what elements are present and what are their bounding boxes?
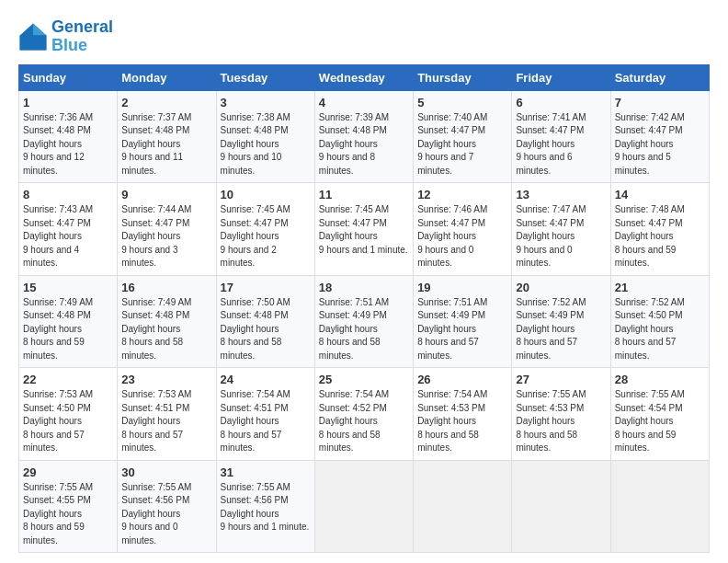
day-info: Sunrise: 7:48 AMSunset: 4:47 PMDaylight … — [615, 203, 705, 270]
calendar-day-cell: 25Sunrise: 7:54 AMSunset: 4:52 PMDayligh… — [314, 368, 413, 461]
calendar-day-cell: 16Sunrise: 7:49 AMSunset: 4:48 PMDayligh… — [118, 275, 216, 368]
calendar-day-cell: 21Sunrise: 7:52 AMSunset: 4:50 PMDayligh… — [610, 275, 709, 368]
calendar-table: SundayMondayTuesdayWednesdayThursdayFrid… — [18, 64, 710, 554]
weekday-header: Wednesday — [314, 64, 413, 90]
page-header: General Blue — [18, 18, 710, 55]
day-info: Sunrise: 7:54 AMSunset: 4:51 PMDaylight … — [221, 388, 311, 455]
day-number: 15 — [23, 281, 113, 294]
day-info: Sunrise: 7:45 AMSunset: 4:47 PMDaylight … — [221, 203, 311, 270]
day-number: 9 — [121, 188, 211, 201]
day-info: Sunrise: 7:42 AMSunset: 4:47 PMDaylight … — [615, 111, 705, 178]
day-info: Sunrise: 7:53 AMSunset: 4:51 PMDaylight … — [121, 388, 211, 455]
calendar-day-cell: 8Sunrise: 7:43 AMSunset: 4:47 PMDaylight… — [19, 183, 118, 276]
day-info: Sunrise: 7:52 AMSunset: 4:50 PMDaylight … — [615, 296, 705, 363]
calendar-day-cell: 19Sunrise: 7:51 AMSunset: 4:49 PMDayligh… — [414, 275, 512, 368]
svg-rect-2 — [20, 35, 47, 50]
day-number: 6 — [516, 96, 606, 109]
calendar-day-cell: 11Sunrise: 7:45 AMSunset: 4:47 PMDayligh… — [314, 183, 413, 276]
day-number: 30 — [121, 465, 211, 479]
day-info: Sunrise: 7:54 AMSunset: 4:53 PMDaylight … — [417, 388, 507, 455]
day-number: 13 — [516, 188, 606, 201]
calendar-day-cell: 14Sunrise: 7:48 AMSunset: 4:47 PMDayligh… — [610, 183, 709, 276]
day-number: 14 — [615, 188, 705, 201]
day-info: Sunrise: 7:55 AMSunset: 4:54 PMDaylight … — [615, 388, 705, 455]
calendar-day-cell: 12Sunrise: 7:46 AMSunset: 4:47 PMDayligh… — [414, 183, 512, 276]
calendar-day-cell: 26Sunrise: 7:54 AMSunset: 4:53 PMDayligh… — [414, 368, 512, 461]
calendar-day-cell — [414, 460, 512, 553]
day-number: 18 — [319, 281, 409, 294]
day-info: Sunrise: 7:55 AMSunset: 4:55 PMDaylight … — [23, 481, 113, 548]
calendar-day-cell: 31Sunrise: 7:55 AMSunset: 4:56 PMDayligh… — [216, 460, 314, 553]
day-number: 19 — [417, 281, 507, 294]
calendar-week-row: 29Sunrise: 7:55 AMSunset: 4:55 PMDayligh… — [19, 460, 710, 553]
day-number: 10 — [221, 188, 311, 201]
day-info: Sunrise: 7:40 AMSunset: 4:47 PMDaylight … — [417, 111, 507, 178]
calendar-day-cell: 29Sunrise: 7:55 AMSunset: 4:55 PMDayligh… — [19, 460, 118, 553]
day-info: Sunrise: 7:44 AMSunset: 4:47 PMDaylight … — [121, 203, 211, 270]
day-number: 31 — [221, 465, 311, 479]
day-info: Sunrise: 7:49 AMSunset: 4:48 PMDaylight … — [23, 296, 113, 363]
day-number: 12 — [417, 188, 507, 201]
calendar-day-cell: 18Sunrise: 7:51 AMSunset: 4:49 PMDayligh… — [314, 275, 413, 368]
day-info: Sunrise: 7:53 AMSunset: 4:50 PMDaylight … — [23, 388, 113, 455]
calendar-week-row: 22Sunrise: 7:53 AMSunset: 4:50 PMDayligh… — [19, 368, 710, 461]
day-info: Sunrise: 7:37 AMSunset: 4:48 PMDaylight … — [121, 111, 211, 178]
weekday-header: Saturday — [610, 64, 709, 90]
day-info: Sunrise: 7:55 AMSunset: 4:56 PMDaylight … — [221, 481, 311, 534]
day-number: 22 — [23, 373, 113, 386]
calendar-day-cell: 10Sunrise: 7:45 AMSunset: 4:47 PMDayligh… — [216, 183, 314, 276]
day-number: 1 — [23, 96, 113, 109]
calendar-day-cell: 24Sunrise: 7:54 AMSunset: 4:51 PMDayligh… — [216, 368, 314, 461]
logo: General Blue — [18, 18, 113, 55]
day-info: Sunrise: 7:55 AMSunset: 4:56 PMDaylight … — [121, 481, 211, 548]
weekday-header: Friday — [512, 64, 610, 90]
day-info: Sunrise: 7:41 AMSunset: 4:47 PMDaylight … — [516, 111, 606, 178]
calendar-day-cell — [314, 460, 413, 553]
day-number: 7 — [615, 96, 705, 109]
day-number: 23 — [121, 373, 211, 386]
calendar-day-cell: 1Sunrise: 7:36 AMSunset: 4:48 PMDaylight… — [19, 90, 118, 183]
logo-icon — [18, 22, 48, 52]
calendar-week-row: 8Sunrise: 7:43 AMSunset: 4:47 PMDaylight… — [19, 183, 710, 276]
day-number: 21 — [615, 281, 705, 294]
day-number: 8 — [23, 188, 113, 201]
calendar-day-cell: 20Sunrise: 7:52 AMSunset: 4:49 PMDayligh… — [512, 275, 610, 368]
day-info: Sunrise: 7:51 AMSunset: 4:49 PMDaylight … — [319, 296, 409, 363]
day-info: Sunrise: 7:36 AMSunset: 4:48 PMDaylight … — [23, 111, 113, 178]
calendar-day-cell: 28Sunrise: 7:55 AMSunset: 4:54 PMDayligh… — [610, 368, 709, 461]
calendar-day-cell: 30Sunrise: 7:55 AMSunset: 4:56 PMDayligh… — [118, 460, 216, 553]
day-info: Sunrise: 7:52 AMSunset: 4:49 PMDaylight … — [516, 296, 606, 363]
day-number: 20 — [516, 281, 606, 294]
calendar-week-row: 15Sunrise: 7:49 AMSunset: 4:48 PMDayligh… — [19, 275, 710, 368]
calendar-day-cell: 2Sunrise: 7:37 AMSunset: 4:48 PMDaylight… — [118, 90, 216, 183]
day-number: 5 — [417, 96, 507, 109]
weekday-header: Tuesday — [216, 64, 314, 90]
calendar-day-cell: 17Sunrise: 7:50 AMSunset: 4:48 PMDayligh… — [216, 275, 314, 368]
calendar-day-cell — [610, 460, 709, 553]
day-info: Sunrise: 7:47 AMSunset: 4:47 PMDaylight … — [516, 203, 606, 270]
weekday-header: Sunday — [19, 64, 118, 90]
day-info: Sunrise: 7:45 AMSunset: 4:47 PMDaylight … — [319, 203, 409, 257]
day-number: 27 — [516, 373, 606, 386]
weekday-header: Monday — [118, 64, 216, 90]
day-number: 29 — [23, 465, 113, 479]
calendar-day-cell: 9Sunrise: 7:44 AMSunset: 4:47 PMDaylight… — [118, 183, 216, 276]
calendar-day-cell: 13Sunrise: 7:47 AMSunset: 4:47 PMDayligh… — [512, 183, 610, 276]
day-info: Sunrise: 7:38 AMSunset: 4:48 PMDaylight … — [221, 111, 311, 178]
day-number: 28 — [615, 373, 705, 386]
day-number: 4 — [319, 96, 409, 109]
day-number: 3 — [221, 96, 311, 109]
day-info: Sunrise: 7:46 AMSunset: 4:47 PMDaylight … — [417, 203, 507, 270]
day-info: Sunrise: 7:54 AMSunset: 4:52 PMDaylight … — [319, 388, 409, 455]
day-info: Sunrise: 7:43 AMSunset: 4:47 PMDaylight … — [23, 203, 113, 270]
calendar-week-row: 1Sunrise: 7:36 AMSunset: 4:48 PMDaylight… — [19, 90, 710, 183]
day-number: 2 — [121, 96, 211, 109]
calendar-day-cell: 6Sunrise: 7:41 AMSunset: 4:47 PMDaylight… — [512, 90, 610, 183]
logo-text: General Blue — [51, 18, 113, 55]
calendar-header-row: SundayMondayTuesdayWednesdayThursdayFrid… — [19, 64, 710, 90]
day-number: 16 — [121, 281, 211, 294]
day-info: Sunrise: 7:50 AMSunset: 4:48 PMDaylight … — [221, 296, 311, 363]
day-number: 26 — [417, 373, 507, 386]
calendar-day-cell: 27Sunrise: 7:55 AMSunset: 4:53 PMDayligh… — [512, 368, 610, 461]
calendar-day-cell: 15Sunrise: 7:49 AMSunset: 4:48 PMDayligh… — [19, 275, 118, 368]
